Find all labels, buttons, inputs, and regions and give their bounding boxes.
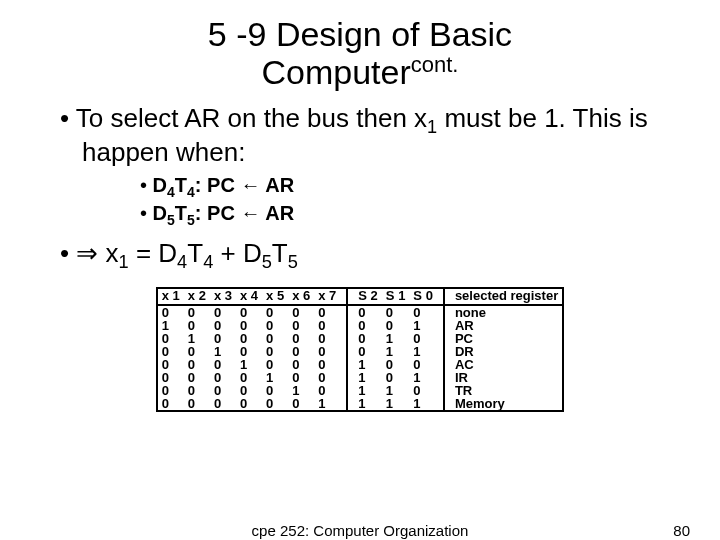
slide-title: 5 -9 Design of Basic Computercont. xyxy=(40,16,680,92)
col-x1: x 1 xyxy=(157,288,184,305)
title-line2a: Computer xyxy=(262,54,411,92)
col-s1: S 1 xyxy=(382,288,410,305)
table-row: Memory xyxy=(444,397,563,411)
col-x3: x 3 xyxy=(210,288,236,305)
col-s0: S 0 xyxy=(409,288,444,305)
footer-course: cpe 252: Computer Organization xyxy=(0,522,720,539)
col-s2: S 2 xyxy=(347,288,382,305)
col-x4: x 4 xyxy=(236,288,262,305)
left-arrow-icon: ← xyxy=(240,174,260,196)
page-number: 80 xyxy=(673,522,690,539)
subbullet-1: D4T4: PC ← AR xyxy=(140,174,680,200)
col-selected: selected register xyxy=(444,288,563,305)
title-sup: cont. xyxy=(411,52,459,77)
title-line1: 5 -9 Design of Basic xyxy=(208,15,512,53)
subbullet-2: D5T5: PC ← AR xyxy=(140,202,680,228)
col-x5: x 5 xyxy=(262,288,288,305)
bus-select-table: x 1 x 2 x 3 x 4 x 5 x 6 x 7 S 2 S 1 S 0 … xyxy=(156,287,564,412)
left-arrow-icon: ← xyxy=(240,202,260,224)
bullet-1: To select AR on the bus then x1 must be … xyxy=(60,104,680,168)
col-x7: x 7 xyxy=(314,288,347,305)
bullet-equation: ⇒ x1 = D4T4 + D5T5 xyxy=(60,238,680,273)
col-x2: x 2 xyxy=(184,288,210,305)
col-x6: x 6 xyxy=(288,288,314,305)
table-row: none xyxy=(444,305,563,319)
implies-icon: ⇒ xyxy=(76,238,98,268)
